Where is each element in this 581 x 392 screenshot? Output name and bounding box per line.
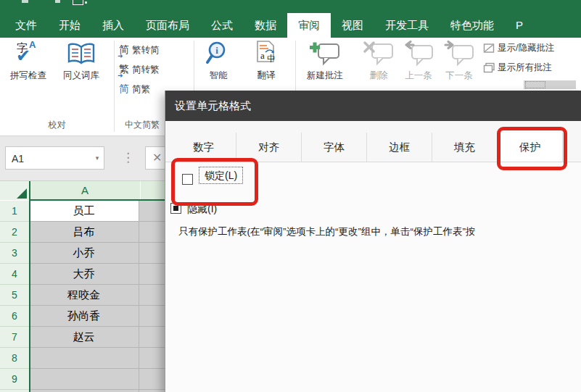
excel-window: 文件 开始 插入 页面布局 公式 数据 审阅 视图 开发工具 特色功能 P 字 …: [0, 0, 581, 392]
cell-a5[interactable]: 程咬金: [29, 285, 139, 306]
cell-b9[interactable]: [139, 369, 165, 390]
svg-text:i: i: [215, 45, 218, 56]
dialog-tab-number[interactable]: 数字: [171, 133, 236, 162]
previous-comment-label: 上一条: [405, 70, 432, 82]
title-bar: 文件 开始 插入 页面布局 公式 数据 审阅 视图 开发工具 特色功能 P: [0, 0, 581, 38]
tab-formulas[interactable]: 公式: [200, 13, 244, 38]
tab-view[interactable]: 视图: [331, 13, 374, 38]
table-row: 1 员工: [0, 201, 165, 222]
new-comment-icon: [308, 40, 342, 67]
simp-to-trad-button[interactable]: 繁➜ 简转繁: [119, 63, 160, 76]
cell-b4[interactable]: [139, 264, 165, 285]
spell-check-label: 拼写检查: [10, 70, 46, 82]
select-all-triangle-icon: [17, 188, 27, 199]
dialog-title[interactable]: 设置单元格格式: [165, 91, 581, 121]
cell-a9[interactable]: [29, 369, 139, 390]
annotation-box-protection-tab: [497, 127, 567, 170]
cell-b2[interactable]: [139, 222, 165, 243]
cell-a4[interactable]: 大乔: [29, 264, 139, 285]
row-header[interactable]: 6: [0, 306, 29, 327]
cell-b5[interactable]: [139, 285, 165, 306]
cell-b3[interactable]: [139, 243, 165, 264]
show-hide-comment-button[interactable]: 显示/隐藏批注: [483, 42, 554, 54]
show-all-comments-icon: [483, 62, 495, 73]
table-row: 4 大乔: [0, 264, 165, 285]
dialog-tab-font[interactable]: 字体: [302, 133, 367, 162]
tab-home[interactable]: 开始: [48, 13, 91, 38]
spell-check-icon: 字 A ✔: [15, 41, 41, 67]
tab-data[interactable]: 数据: [244, 13, 287, 38]
group-separator: [114, 41, 115, 132]
thesaurus-label: 同义词库: [63, 70, 99, 82]
dialog-tab-alignment[interactable]: 对齐: [236, 133, 302, 162]
row-header[interactable]: 9: [0, 369, 29, 390]
cell-a8[interactable]: [29, 348, 139, 369]
cell-a2[interactable]: 吕布: [29, 222, 139, 243]
traditional-char-icon: 繁➜: [119, 63, 129, 76]
tab-developer[interactable]: 开发工具: [374, 13, 440, 38]
table-row: 7 赵云: [0, 327, 165, 348]
smart-lookup-button[interactable]: i 智能: [202, 40, 235, 82]
tab-review[interactable]: 审阅: [287, 13, 331, 38]
name-box[interactable]: A1: [5, 146, 104, 170]
quick-access-fragment: [55, 0, 60, 3]
table-row: 8: [0, 348, 165, 369]
select-all-corner[interactable]: [0, 181, 29, 200]
spell-check-button[interactable]: 字 A ✔ 拼写检查: [6, 41, 51, 82]
cell-b8[interactable]: [139, 348, 165, 369]
cell-a6[interactable]: 孙尚香: [29, 306, 139, 327]
table-row: 9: [0, 369, 165, 390]
thesaurus-button[interactable]: 同义词库: [54, 41, 109, 82]
workbook-icon-fragment: [73, 0, 83, 5]
cell-a1[interactable]: 员工: [29, 201, 139, 222]
next-comment-button[interactable]: 下一条: [440, 40, 479, 82]
row-header[interactable]: 2: [0, 222, 29, 243]
show-all-comments-button[interactable]: 显示所有批注: [483, 62, 552, 74]
svg-text:a: a: [260, 50, 265, 61]
row-header[interactable]: 4: [0, 264, 29, 285]
dialog-tab-border[interactable]: 边框: [367, 133, 432, 162]
tab-file[interactable]: 文件: [4, 13, 48, 38]
row-header[interactable]: 7: [0, 327, 29, 348]
hidden-checkbox-mixed-mark: [173, 206, 178, 211]
formula-bar-grip-icon[interactable]: ⋮: [122, 148, 134, 168]
previous-comment-button[interactable]: 上一条: [399, 40, 438, 82]
new-comment-button[interactable]: 新建批注: [299, 40, 351, 82]
name-box-caret-icon[interactable]: ▾: [91, 146, 103, 170]
tab-special-features[interactable]: 特色功能: [440, 13, 505, 38]
translate-button[interactable]: a 中 翻译: [248, 40, 284, 82]
next-comment-label: 下一条: [445, 70, 473, 82]
cell-b7[interactable]: [139, 327, 165, 348]
tab-page-layout[interactable]: 页面布局: [135, 13, 200, 38]
cell-a7[interactable]: 赵云: [29, 327, 139, 348]
magnifier-icon: i: [205, 40, 231, 67]
row-header[interactable]: 5: [0, 285, 29, 306]
row-header[interactable]: 1: [0, 201, 29, 222]
table-row: 5 程咬金: [0, 285, 165, 306]
convert-button[interactable]: 简 简繁: [119, 83, 150, 96]
delete-comment-button[interactable]: 删除: [358, 40, 399, 82]
column-header-b[interactable]: [141, 181, 165, 200]
cell-b6[interactable]: [139, 306, 165, 327]
row-header[interactable]: 3: [0, 243, 29, 264]
group-label-proofing: 校对: [0, 119, 114, 131]
quick-access-fragment: [22, 0, 28, 3]
trad-to-simp-button[interactable]: 简➜ 繁转简: [119, 43, 160, 57]
dialog-tab-fill[interactable]: 填充: [432, 133, 498, 162]
translate-label: 翻译: [257, 70, 276, 82]
table-row: 3 小乔: [0, 243, 165, 264]
tab-clipped[interactable]: P: [505, 13, 534, 38]
tab-insert[interactable]: 插入: [91, 13, 135, 38]
annotation-box-locked-checkbox: [171, 158, 258, 206]
convert-char-icon: 简: [119, 83, 129, 96]
cell-b1[interactable]: [139, 201, 165, 222]
ribbon-tab-bar: 文件 开始 插入 页面布局 公式 数据 审阅 视图 开发工具 特色功能 P: [4, 13, 534, 38]
workbook-icon-fragment: [85, 1, 87, 4]
row-header[interactable]: 8: [0, 348, 29, 369]
sheet-rows: 1 员工 2 吕布 3 小乔 4 大乔 5 程咬金 6 孙尚香: [0, 201, 165, 392]
book-icon: [66, 41, 96, 67]
header-underline: [29, 199, 165, 201]
column-header-a[interactable]: A: [30, 181, 140, 200]
cell-a3[interactable]: 小乔: [29, 243, 139, 264]
table-row: 2 吕布: [0, 222, 165, 243]
